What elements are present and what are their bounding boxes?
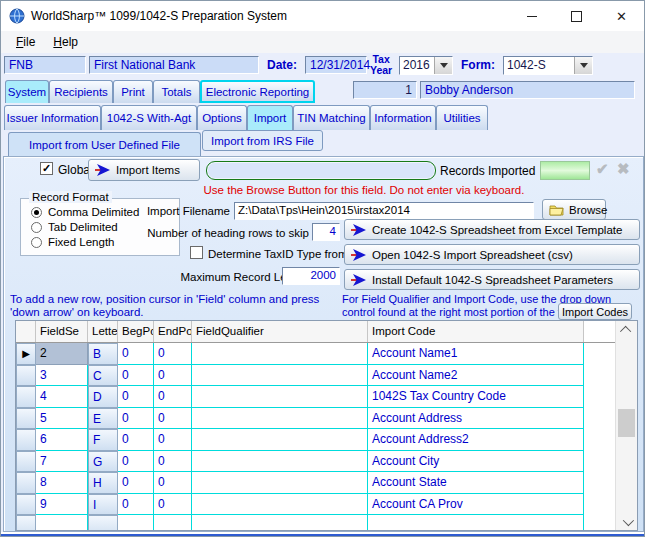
tab-utilities[interactable]: Utilities	[436, 105, 488, 130]
grid-cell-end-pos[interactable]: 0	[154, 451, 192, 473]
grid-cell-letter[interactable]: D	[88, 386, 118, 408]
grid-cell-end-pos[interactable]: 0	[154, 408, 192, 430]
issuer-code-field[interactable]: FNB	[4, 56, 86, 74]
menu-help[interactable]: Help	[44, 33, 87, 51]
scrollbar-thumb[interactable]	[618, 409, 635, 437]
grid-cell-end-pos[interactable]: 0	[154, 343, 192, 365]
grid-cell-import-code[interactable]: Account Name1	[368, 343, 584, 365]
grid-cell-beg-po[interactable]	[118, 515, 154, 530]
grid-cell-beg-po[interactable]: 0	[118, 451, 154, 473]
grid-cell-field-qualifier[interactable]	[192, 494, 368, 516]
grid-cell-letter[interactable]: I	[88, 494, 118, 516]
grid-cell-field-qualifier[interactable]	[192, 472, 368, 494]
row-selector[interactable]	[16, 365, 36, 387]
grid-cell-field-se[interactable]: 9	[36, 494, 88, 516]
recipient-name-field[interactable]: Bobby Anderson	[420, 81, 635, 99]
chevron-down-icon[interactable]	[574, 57, 592, 74]
heading-rows-input[interactable]: 4	[312, 223, 340, 241]
grid-cell-beg-po[interactable]: 0	[118, 429, 154, 451]
row-selector[interactable]: ▶	[16, 343, 36, 365]
scrollbar-down-button[interactable]	[616, 513, 637, 530]
maximize-button[interactable]	[554, 1, 599, 31]
grid-cell-letter[interactable]: G	[88, 451, 118, 473]
tab-recipients[interactable]: Recipients	[49, 80, 113, 103]
grid-cell-letter[interactable]: C	[88, 365, 118, 387]
grid-cell-field-se[interactable]: 2	[36, 343, 88, 365]
grid-cell-beg-po[interactable]: 0	[118, 472, 154, 494]
grid-cell-end-pos[interactable]	[154, 515, 192, 530]
grid-cell-field-qualifier[interactable]	[192, 429, 368, 451]
import-codes-button[interactable]: Import Codes	[558, 303, 632, 320]
grid-cell-letter[interactable]: H	[88, 472, 118, 494]
grid-cell-field-se[interactable]: 7	[36, 451, 88, 473]
grid-cell-field-se[interactable]	[36, 515, 88, 530]
tab-information[interactable]: Information	[370, 105, 436, 130]
grid-cell-beg-po[interactable]: 0	[118, 494, 154, 516]
grid-cell-import-code[interactable]: Account State	[368, 472, 584, 494]
tab-import-user-defined-file[interactable]: Import from User Defined File	[8, 132, 201, 156]
grid-cell-letter[interactable]: F	[88, 429, 118, 451]
grid-cell-letter[interactable]	[88, 515, 118, 530]
grid-cell-field-qualifier[interactable]	[192, 408, 368, 430]
row-selector[interactable]	[16, 515, 36, 530]
column-header-beg-po[interactable]: BegPo	[118, 321, 154, 342]
grid-cell-end-pos[interactable]: 0	[154, 386, 192, 408]
grid-cell-field-se[interactable]: 5	[36, 408, 88, 430]
tab-issuer-information[interactable]: Issuer Information	[4, 105, 101, 130]
grid-cell-import-code[interactable]: Account City	[368, 451, 584, 473]
grid-cell-letter[interactable]: B	[88, 343, 118, 365]
tab-system[interactable]: System	[5, 80, 49, 103]
import-items-button[interactable]: Import Items	[88, 159, 200, 181]
grid-cell-end-pos[interactable]: 0	[154, 472, 192, 494]
tab-options[interactable]: Options	[197, 105, 247, 130]
tax-year-select[interactable]: 2016	[399, 56, 453, 75]
grid-cell-beg-po[interactable]: 0	[118, 365, 154, 387]
grid-cell-import-code[interactable]: Account Address2	[368, 429, 584, 451]
grid-cell-field-qualifier[interactable]	[192, 365, 368, 387]
grid-cell-import-code[interactable]: Account Address	[368, 408, 584, 430]
issuer-name-field[interactable]: First National Bank	[89, 56, 259, 74]
grid-cell-import-code[interactable]: Account Name2	[368, 365, 584, 387]
grid-cell-import-code[interactable]: 1042S Tax Country Code	[368, 386, 584, 408]
date-field[interactable]: 12/31/2014	[305, 56, 367, 74]
create-spreadsheet-button[interactable]: Create 1042-S Spreadsheet from Excel Tem…	[344, 219, 640, 240]
column-header-field-se[interactable]: FieldSe	[36, 321, 88, 342]
row-selector[interactable]	[16, 494, 36, 516]
grid-cell-beg-po[interactable]: 0	[118, 408, 154, 430]
radio-comma-delimited[interactable]	[31, 207, 42, 218]
column-header-field-qualifier[interactable]: FieldQualifier	[192, 321, 368, 342]
max-record-input[interactable]: 2000	[282, 267, 340, 285]
column-header-import-code[interactable]: Import Code	[368, 321, 584, 342]
grid-cell-field-qualifier[interactable]	[192, 451, 368, 473]
global-checkbox[interactable]: ✓	[40, 162, 53, 175]
grid-cell-field-qualifier[interactable]	[192, 343, 368, 365]
grid-cell-beg-po[interactable]: 0	[118, 343, 154, 365]
row-selector[interactable]	[16, 451, 36, 473]
record-count-field[interactable]: 1	[353, 81, 417, 99]
tab-tin-matching[interactable]: TIN Matching	[293, 105, 370, 130]
tab-electronic-reporting[interactable]: Electronic Reporting	[200, 80, 315, 103]
grid-cell-import-code[interactable]: Account CA Prov	[368, 494, 584, 516]
grid-cell-end-pos[interactable]: 0	[154, 494, 192, 516]
open-spreadsheet-button[interactable]: Open 1042-S Import Spreadsheet (csv)	[344, 244, 640, 265]
minimize-button[interactable]	[509, 1, 554, 31]
grid-cell-end-pos[interactable]: 0	[154, 365, 192, 387]
form-select[interactable]: 1042-S	[503, 56, 593, 75]
install-params-button[interactable]: Install Default 1042-S Spreadsheet Param…	[344, 269, 640, 290]
grid-cell-field-se[interactable]: 4	[36, 386, 88, 408]
grid-cell-field-se[interactable]: 3	[36, 365, 88, 387]
row-selector[interactable]	[16, 429, 36, 451]
column-header-letter[interactable]: Letter	[88, 321, 118, 342]
grid-cell-field-se[interactable]: 6	[36, 429, 88, 451]
grid-cell-end-pos[interactable]: 0	[154, 429, 192, 451]
browse-button[interactable]: Browse	[542, 199, 606, 220]
grid-cell-field-qualifier[interactable]	[192, 515, 368, 530]
tab-import[interactable]: Import	[247, 105, 293, 130]
grid-cell-beg-po[interactable]: 0	[118, 386, 154, 408]
tab-import-irs-file[interactable]: Import from IRS File	[202, 130, 323, 151]
close-button[interactable]: ✕	[599, 1, 644, 31]
tab-totals[interactable]: Totals	[153, 80, 200, 103]
menu-file[interactable]: File	[7, 33, 44, 51]
radio-fixed-length[interactable]	[31, 237, 42, 248]
grid-cell-letter[interactable]: E	[88, 408, 118, 430]
